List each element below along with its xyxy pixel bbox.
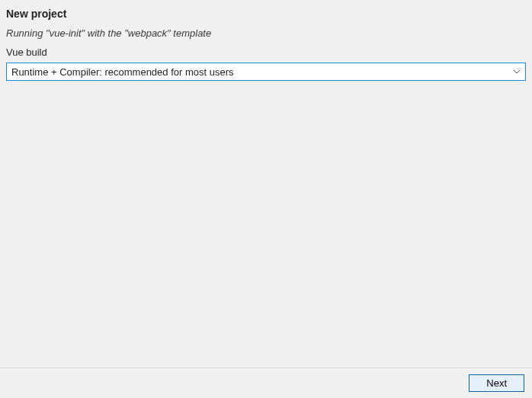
next-button[interactable]: Next bbox=[469, 374, 524, 392]
page-title: New project bbox=[6, 8, 526, 20]
chevron-down-icon bbox=[513, 68, 521, 75]
wizard-main: New project Running "vue-init" with the … bbox=[0, 0, 532, 366]
vue-build-selected-value: Runtime + Compiler: recommended for most… bbox=[11, 66, 234, 78]
wizard-footer: Next bbox=[0, 368, 532, 398]
vue-build-select[interactable]: Runtime + Compiler: recommended for most… bbox=[6, 63, 526, 81]
vue-build-label: Vue build bbox=[6, 47, 526, 58]
page-subtitle: Running "vue-init" with the "webpack" te… bbox=[6, 27, 526, 39]
